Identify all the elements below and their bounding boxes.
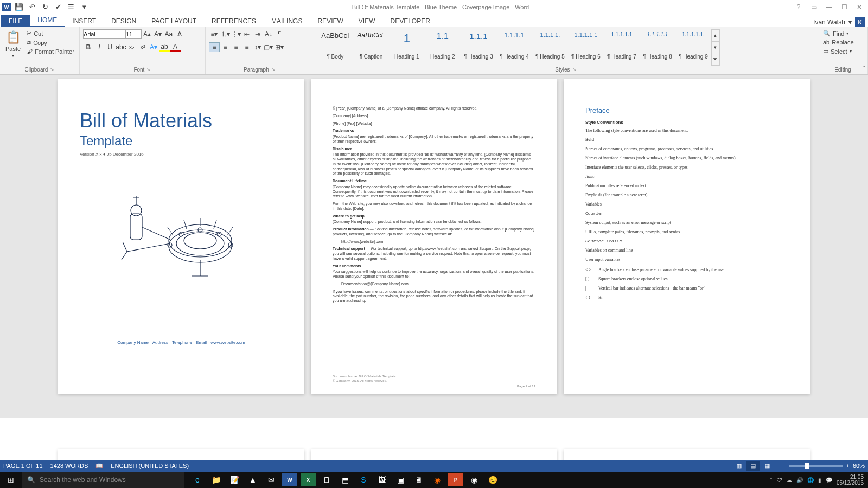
font-name-input[interactable] xyxy=(83,29,125,39)
tab-file[interactable]: FILE xyxy=(1,15,30,27)
zoom-out-icon[interactable]: − xyxy=(782,463,785,469)
tab-design[interactable]: DESIGN xyxy=(104,15,144,27)
taskbar-search[interactable]: 🔍Search the web and Windows xyxy=(22,472,184,488)
style-item[interactable]: AaBbCcL¶ Caption xyxy=(353,29,389,62)
redo-icon[interactable]: ↻ xyxy=(40,2,50,12)
tray-action-center-icon[interactable]: 💬 xyxy=(826,477,832,483)
tab-page-layout[interactable]: PAGE LAYOUT xyxy=(144,15,204,27)
numbering-icon[interactable]: ⒈▾ xyxy=(220,29,231,39)
status-proofing-icon[interactable]: 📖 xyxy=(95,463,103,470)
app-icon[interactable]: 🖼 xyxy=(374,473,390,486)
app-icon[interactable]: 🖥 xyxy=(411,473,426,486)
style-item[interactable]: 1.1.1.1¶ Heading 4 xyxy=(496,29,532,62)
highlight-icon[interactable]: ab xyxy=(159,42,170,52)
find-button[interactable]: 🔍Find▾ xyxy=(821,29,856,37)
align-left-icon[interactable]: ≡ xyxy=(209,42,220,52)
style-item[interactable]: 1.1Heading 2 xyxy=(425,29,461,62)
superscript-button[interactable]: x² xyxy=(137,42,148,52)
font-size-input[interactable] xyxy=(125,29,142,39)
grow-font-icon[interactable]: A▴ xyxy=(142,29,152,39)
taskbar-clock[interactable]: 21:05 05/12/2016 xyxy=(837,474,864,486)
align-right-icon[interactable]: ≡ xyxy=(231,42,241,52)
style-item[interactable]: 1.1.1.1.1¶ Heading 8 xyxy=(640,29,675,62)
touch-mode-icon[interactable]: ☰ xyxy=(66,2,76,12)
align-center-icon[interactable]: ≡ xyxy=(220,42,231,52)
ribbon-display-icon[interactable]: ▭ xyxy=(807,2,820,12)
paragraph-launcher-icon[interactable]: ↘ xyxy=(271,67,276,72)
powerpoint-icon[interactable]: P xyxy=(448,473,463,486)
zoom-in-icon[interactable]: + xyxy=(846,463,850,469)
borders-icon[interactable]: ⊞▾ xyxy=(274,42,285,52)
style-item[interactable]: 1.1.1¶ Heading 3 xyxy=(461,29,496,62)
gitkraken-icon[interactable]: ◉ xyxy=(430,473,445,486)
style-item[interactable]: 1.1.1.1.1¶ Heading 7 xyxy=(604,29,640,62)
tab-insert[interactable]: INSERT xyxy=(65,15,104,27)
show-marks-icon[interactable]: ¶ xyxy=(274,29,285,39)
justify-icon[interactable]: ≡ xyxy=(241,42,252,52)
status-page[interactable]: PAGE 1 OF 11 xyxy=(3,463,43,469)
print-layout-icon[interactable]: ▤ xyxy=(746,461,760,471)
increase-indent-icon[interactable]: ⇥ xyxy=(252,29,263,39)
zoom-level[interactable]: 60% xyxy=(853,463,865,469)
style-item[interactable]: AaBbCcI¶ Body xyxy=(317,29,353,62)
font-launcher-icon[interactable]: ↘ xyxy=(146,67,151,72)
read-mode-icon[interactable]: ▥ xyxy=(732,461,746,471)
tab-home[interactable]: HOME xyxy=(30,14,65,27)
style-item[interactable]: 1.1.1.1.¶ Heading 5 xyxy=(532,29,568,62)
decrease-indent-icon[interactable]: ⇤ xyxy=(241,29,252,39)
copy-button[interactable]: ⧉Copy xyxy=(25,38,76,47)
bold-button[interactable]: B xyxy=(83,42,94,52)
sticky-notes-icon[interactable]: 🗒 xyxy=(319,473,334,486)
underline-button[interactable]: U xyxy=(105,42,116,52)
styles-more-icon[interactable]: ⏷ xyxy=(712,53,719,65)
format-painter-button[interactable]: 🖌Format Painter xyxy=(25,48,76,55)
shrink-font-icon[interactable]: A▾ xyxy=(152,29,163,39)
style-item[interactable]: 1Heading 1 xyxy=(389,29,425,62)
bullets-icon[interactable]: ≡▾ xyxy=(209,29,220,39)
start-button[interactable]: ⊞ xyxy=(0,472,22,488)
edge-icon[interactable]: e xyxy=(190,473,205,486)
tab-mailings[interactable]: MAILINGS xyxy=(264,15,310,27)
paste-button[interactable]: 📋 Paste ▾ xyxy=(3,29,23,59)
close-icon[interactable]: ✕ xyxy=(853,2,866,12)
italic-button[interactable]: I xyxy=(94,42,105,52)
chrome-icon[interactable]: ◉ xyxy=(467,473,482,486)
multilevel-list-icon[interactable]: ⋮▾ xyxy=(231,29,241,39)
word-taskbar-icon[interactable]: W xyxy=(282,473,297,486)
maximize-icon[interactable]: ☐ xyxy=(838,2,851,12)
excel-taskbar-icon[interactable]: X xyxy=(301,473,316,486)
change-case-icon[interactable]: Aa xyxy=(163,29,174,39)
drive-icon[interactable]: ▲ xyxy=(245,473,260,486)
styles-down-icon[interactable]: ▾ xyxy=(712,42,719,54)
app-icon[interactable]: 😊 xyxy=(485,473,500,486)
tray-shield-icon[interactable]: 🛡 xyxy=(777,477,782,483)
notepad-icon[interactable]: 📝 xyxy=(227,473,242,486)
tray-battery-icon[interactable]: ▮ xyxy=(818,477,821,483)
web-layout-icon[interactable]: ▦ xyxy=(760,461,774,471)
spellcheck-icon[interactable]: ✔ xyxy=(53,2,63,12)
styles-launcher-icon[interactable]: ↘ xyxy=(572,67,577,72)
app-icon[interactable]: ▣ xyxy=(393,473,408,486)
tab-review[interactable]: REVIEW xyxy=(310,15,350,27)
mail-icon[interactable]: ✉ xyxy=(264,473,279,486)
account-menu[interactable]: Ivan Walsh▾ K xyxy=(813,17,868,27)
text-effects-icon[interactable]: A▾ xyxy=(148,42,159,52)
cut-button[interactable]: ✂Cut xyxy=(25,29,76,37)
clipboard-launcher-icon[interactable]: ↘ xyxy=(50,67,54,72)
file-explorer-icon[interactable]: 📁 xyxy=(208,473,224,486)
replace-button[interactable]: abReplace xyxy=(821,38,856,46)
tray-network-icon[interactable]: 🌐 xyxy=(807,477,814,483)
status-words[interactable]: 1428 WORDS xyxy=(50,463,88,469)
style-item[interactable]: 1.1.1.1.1¶ Heading 6 xyxy=(568,29,604,62)
shading-icon[interactable]: ▢▾ xyxy=(263,42,274,52)
styles-up-icon[interactable]: ▴ xyxy=(712,30,719,42)
subscript-button[interactable]: x₂ xyxy=(126,42,137,52)
zoom-slider[interactable] xyxy=(789,465,843,467)
style-item[interactable]: 1.1.1.1.1.¶ Heading 9 xyxy=(675,29,711,62)
tray-chevron-icon[interactable]: ˄ xyxy=(770,477,773,483)
minimize-icon[interactable]: — xyxy=(822,2,835,12)
app-icon[interactable]: ⬒ xyxy=(337,473,353,486)
tray-onedrive-icon[interactable]: ☁ xyxy=(787,477,792,483)
select-button[interactable]: ▭Select▾ xyxy=(821,47,856,55)
tab-view[interactable]: VIEW xyxy=(351,15,383,27)
